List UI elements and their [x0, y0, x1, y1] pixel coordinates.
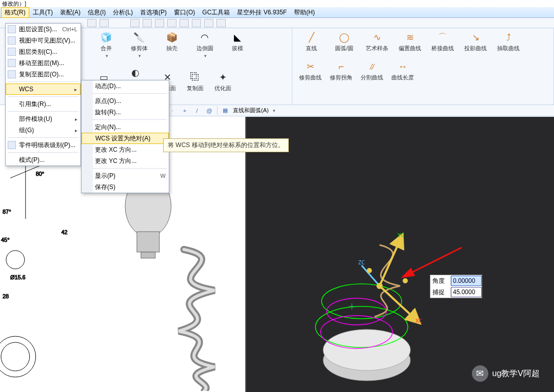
wcs-display[interactable]: 显示(P)W	[82, 170, 169, 181]
line-arc-dropdown[interactable]: 直线和圆弧(A)	[233, 107, 269, 114]
optimize-icon: ✦	[215, 71, 230, 84]
ribbon-offset[interactable]: ≋偏置曲线	[395, 31, 425, 52]
menu-help[interactable]: 帮助(H)	[290, 7, 319, 18]
tool-btn[interactable]	[167, 19, 176, 27]
spline-icon: ∿	[370, 31, 384, 44]
move-layer-icon	[8, 59, 16, 67]
ribbon-draft[interactable]: ◣拔模	[223, 31, 252, 58]
menu-assembly[interactable]: 装配(A)	[56, 7, 84, 18]
menu-analysis[interactable]: 分析(L)	[109, 7, 136, 18]
cube-icon: 🧊	[99, 31, 113, 44]
tool-btn[interactable]	[87, 19, 96, 27]
wcs-rotate[interactable]: 旋转(R)...	[82, 107, 169, 118]
ribbon-shell[interactable]: 📦抽壳	[157, 31, 187, 58]
wechat-icon: ✉	[472, 365, 488, 382]
ribbon-merge[interactable]: 🧊合并▾	[91, 31, 121, 58]
wcs-orient[interactable]: 定向(N)...	[82, 121, 169, 133]
toolbar-strip	[0, 18, 554, 28]
svg-point-16	[323, 329, 410, 370]
menu-prefs[interactable]: 首选项(P)	[136, 7, 170, 18]
ribbon-trim[interactable]: 🔪修剪体▾	[124, 31, 154, 58]
visible-icon	[8, 36, 16, 45]
copy-layer-icon	[8, 70, 16, 78]
menu-move-layer[interactable]: 移动至图层(M)...	[6, 57, 81, 69]
menu-window[interactable]: 窗口(O)	[170, 7, 199, 18]
ribbon-extract[interactable]: ⤴抽取曲线	[493, 31, 523, 52]
ribbon-curvelen[interactable]: ↔曲线长度	[389, 60, 417, 81]
ribbon-optface[interactable]: ✦优化面	[210, 71, 235, 92]
angle-input[interactable]	[451, 276, 482, 286]
menu-module[interactable]: 部件模块(U)▸	[6, 113, 81, 125]
length-icon: ↔	[395, 60, 410, 73]
category-icon	[8, 48, 16, 56]
snap-input[interactable]	[451, 287, 482, 297]
tool-btn[interactable]	[216, 19, 226, 27]
tool-btn[interactable]	[143, 19, 152, 27]
angle-input-panel: 角度 捕捉	[430, 275, 482, 298]
ribbon-bridge[interactable]: ⌒桥接曲线	[428, 31, 458, 52]
menu-refset[interactable]: 引用集(R)...	[6, 98, 81, 110]
ribbon-trimcurve[interactable]: ✂修剪曲线	[296, 60, 324, 81]
svg-point-6	[6, 251, 25, 269]
split-icon: ⫽	[365, 60, 379, 73]
menu-group[interactable]: 组(G)▸	[6, 125, 81, 136]
menu-wcs[interactable]: WCS▸	[6, 84, 81, 95]
ribbon-line[interactable]: ╱直线	[296, 31, 326, 52]
tool-btn[interactable]	[192, 19, 201, 27]
ribbon-arc[interactable]: ◯圆弧/圆	[329, 31, 359, 52]
ribbon-trimcorner[interactable]: ⌐修剪拐角	[327, 60, 355, 81]
trimcorner-icon: ⌐	[334, 60, 348, 73]
menu-gc[interactable]: GC工具箱	[199, 7, 233, 18]
wcs-set-absolute[interactable]: WCS 设置为绝对(A)	[82, 133, 169, 144]
svg-rect-14	[141, 252, 155, 258]
tool-btn[interactable]	[204, 19, 213, 27]
yc-label: YC	[398, 232, 404, 239]
line-icon: ╱	[304, 31, 319, 44]
grid-icon[interactable]: ▦	[221, 107, 230, 115]
ribbon-spline[interactable]: ∿艺术样条	[362, 31, 392, 52]
plus-tool-icon[interactable]: +	[180, 107, 189, 115]
menu-copy-layer[interactable]: 复制至图层(O)...	[6, 69, 81, 80]
chevron-right-icon: ▸	[75, 116, 77, 122]
menu-format[interactable]: 格式(R)	[1, 7, 29, 18]
menu-info[interactable]: 信息(I)	[84, 7, 109, 18]
menu-tools[interactable]: 工具(T)	[29, 7, 56, 18]
wcs-change-yc[interactable]: 更改 YC 方向...	[82, 155, 169, 167]
chevron-right-icon: ▸	[74, 87, 77, 92]
tool-btn[interactable]	[100, 19, 109, 27]
ribbon-fillet[interactable]: ◠边倒圆▾	[190, 31, 220, 58]
slash-tool-icon[interactable]: /	[192, 107, 202, 115]
menu-bar: 格式(R) 工具(T) 装配(A) 信息(I) 分析(L) 首选项(P) 窗口(…	[0, 7, 554, 18]
zc-label: ZC	[358, 259, 365, 266]
menu-layer-category[interactable]: 图层类别(C)...	[6, 46, 81, 57]
menu-mode[interactable]: 模式(P)...	[6, 154, 81, 166]
svg-text:28: 28	[3, 293, 9, 299]
3d-view[interactable]: YC XC ZC 角度 捕捉 ✉ ug教学V阿超	[246, 117, 554, 392]
wcs-change-xc[interactable]: 更改 XC 方向...	[82, 144, 169, 155]
menu-layer-settings[interactable]: 图层设置(S)...Ctrl+L	[6, 24, 81, 35]
wcs-origin[interactable]: 原点(O)...	[82, 95, 169, 107]
copy-icon: ⿻	[188, 71, 202, 84]
at-tool-icon[interactable]: @	[205, 107, 214, 115]
bridge-icon: ⌒	[436, 31, 450, 44]
svg-point-25	[367, 268, 372, 273]
snap-label: 捕捉	[430, 288, 451, 297]
tooltip: 将 WCS 移动到绝对坐标系的位置和方位。	[163, 138, 289, 152]
tool-btn[interactable]	[180, 19, 189, 27]
svg-point-26	[403, 278, 408, 283]
menu-partslist[interactable]: 零件明细表级别(P)...	[6, 139, 81, 151]
wcs-submenu: 动态(D)... 原点(O)... 旋转(R)... 定向(N)... WCS …	[81, 80, 169, 193]
ribbon-project[interactable]: ↘投影曲线	[461, 31, 490, 52]
chevron-right-icon: ▸	[75, 128, 77, 133]
offset-icon: ≋	[403, 31, 417, 44]
wcs-dynamic[interactable]: 动态(D)...	[82, 80, 169, 92]
menu-plugin[interactable]: 星空外挂 V6.935F	[233, 7, 290, 18]
tool-btn[interactable]	[155, 19, 164, 27]
svg-text:87°: 87°	[3, 209, 11, 215]
ribbon-splitcurve[interactable]: ⫽分割曲线	[358, 60, 386, 81]
wcs-save[interactable]: 保存(S)	[82, 181, 169, 193]
ribbon-copyface[interactable]: ⿻复制面	[183, 71, 207, 92]
menu-visible-layers[interactable]: 视图中可见图层(V)...	[6, 35, 81, 46]
tool-btn[interactable]	[130, 19, 140, 27]
3d-canvas	[246, 117, 554, 392]
